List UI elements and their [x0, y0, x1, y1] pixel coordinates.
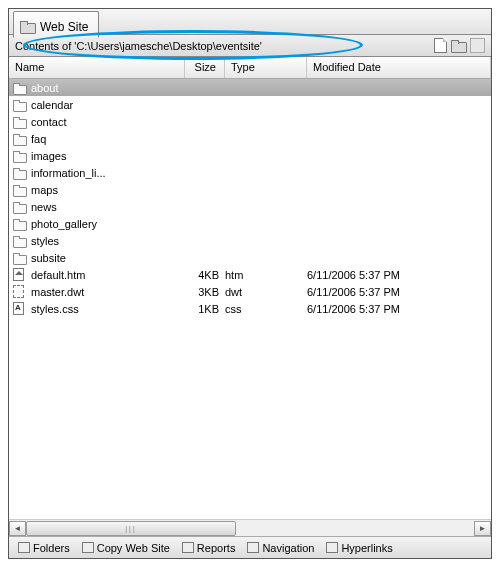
folder-row[interactable]: about	[9, 79, 491, 96]
copy-icon	[82, 542, 94, 553]
file-row[interactable]: default.htm4KBhtm6/11/2006 5:37 PM	[9, 266, 491, 283]
file-icon	[13, 302, 24, 315]
folder-icon	[13, 134, 26, 144]
header-size[interactable]: Size	[185, 57, 225, 78]
folder-icon	[13, 202, 26, 212]
bottom-tab-label: Folders	[33, 542, 70, 554]
scroll-track[interactable]	[26, 521, 474, 536]
file-icon	[13, 268, 24, 281]
tool-icon[interactable]	[470, 38, 485, 53]
item-date: 6/11/2006 5:37 PM	[307, 269, 491, 281]
header-type[interactable]: Type	[225, 57, 307, 78]
folder-row[interactable]: photo_gallery	[9, 215, 491, 232]
item-type: htm	[225, 269, 307, 281]
header-name[interactable]: Name	[9, 57, 185, 78]
file-list[interactable]: aboutcalendarcontactfaqimagesinformation…	[9, 79, 491, 519]
bottom-tab-navigation[interactable]: Navigation	[242, 540, 319, 556]
item-name: faq	[31, 133, 185, 145]
item-type: dwt	[225, 286, 307, 298]
folder-icon	[13, 168, 26, 178]
item-date: 6/11/2006 5:37 PM	[307, 303, 491, 315]
folder-icon	[13, 151, 26, 161]
tab-bar: Web Site	[9, 9, 491, 35]
folder-row[interactable]: styles	[9, 232, 491, 249]
item-name: default.htm	[31, 269, 185, 281]
folder-icon	[13, 100, 26, 110]
item-date: 6/11/2006 5:37 PM	[307, 286, 491, 298]
folders-list-icon	[18, 542, 30, 553]
bottom-tab-folders[interactable]: Folders	[13, 540, 75, 556]
item-size: 4KB	[185, 269, 225, 281]
item-type: css	[225, 303, 307, 315]
reports-icon	[182, 542, 194, 553]
bottom-tab-label: Hyperlinks	[341, 542, 392, 554]
folder-icon	[13, 236, 26, 246]
folder-row[interactable]: calendar	[9, 96, 491, 113]
item-name: subsite	[31, 252, 185, 264]
hyperlinks-icon	[326, 542, 338, 553]
item-name: information_li...	[31, 167, 185, 179]
tab-web-site[interactable]: Web Site	[13, 11, 99, 38]
item-name: styles.css	[31, 303, 185, 315]
scroll-left-arrow-icon[interactable]: ◄	[9, 521, 26, 536]
folder-row[interactable]: images	[9, 147, 491, 164]
bottom-tab-copy-web-site[interactable]: Copy Web Site	[77, 540, 175, 556]
folder-row[interactable]: contact	[9, 113, 491, 130]
item-name: contact	[31, 116, 185, 128]
tab-label: Web Site	[40, 20, 88, 34]
item-name: styles	[31, 235, 185, 247]
item-name: images	[31, 150, 185, 162]
bottom-tab-label: Copy Web Site	[97, 542, 170, 554]
folder-icon	[13, 253, 26, 263]
navigation-icon	[247, 542, 259, 553]
horizontal-scrollbar[interactable]: ◄ ►	[9, 519, 491, 536]
path-bar: Contents of 'C:\Users\jamesche\Desktop\e…	[9, 35, 491, 57]
file-row[interactable]: master.dwt3KBdwt6/11/2006 5:37 PM	[9, 283, 491, 300]
new-page-icon[interactable]	[434, 38, 447, 53]
bottom-tab-label: Navigation	[262, 542, 314, 554]
folder-icon	[13, 185, 26, 195]
bottom-tab-reports[interactable]: Reports	[177, 540, 241, 556]
item-size: 3KB	[185, 286, 225, 298]
bottom-tab-bar: Folders Copy Web Site Reports Navigation…	[9, 536, 491, 558]
folder-row[interactable]: faq	[9, 130, 491, 147]
scroll-right-arrow-icon[interactable]: ►	[474, 521, 491, 536]
path-text: Contents of 'C:\Users\jamesche\Desktop\e…	[15, 40, 262, 52]
folder-icon	[20, 21, 34, 32]
website-panel: Web Site Contents of 'C:\Users\jamesche\…	[8, 8, 492, 559]
folder-icon	[13, 117, 26, 127]
header-date[interactable]: Modified Date	[307, 57, 491, 78]
folder-row[interactable]: subsite	[9, 249, 491, 266]
bottom-tab-label: Reports	[197, 542, 236, 554]
item-name: photo_gallery	[31, 218, 185, 230]
folder-row[interactable]: maps	[9, 181, 491, 198]
item-size: 1KB	[185, 303, 225, 315]
item-name: calendar	[31, 99, 185, 111]
file-row[interactable]: styles.css1KBcss6/11/2006 5:37 PM	[9, 300, 491, 317]
file-icon	[13, 285, 24, 298]
folder-icon	[13, 219, 26, 229]
column-headers: Name Size Type Modified Date	[9, 57, 491, 79]
folder-row[interactable]: news	[9, 198, 491, 215]
item-name: maps	[31, 184, 185, 196]
item-name: news	[31, 201, 185, 213]
new-folder-icon[interactable]	[451, 40, 466, 52]
item-name: about	[31, 82, 185, 94]
folder-row[interactable]: information_li...	[9, 164, 491, 181]
path-toolbar	[434, 38, 485, 53]
item-name: master.dwt	[31, 286, 185, 298]
folder-icon	[13, 83, 26, 93]
bottom-tab-hyperlinks[interactable]: Hyperlinks	[321, 540, 397, 556]
scroll-thumb[interactable]	[26, 521, 236, 536]
